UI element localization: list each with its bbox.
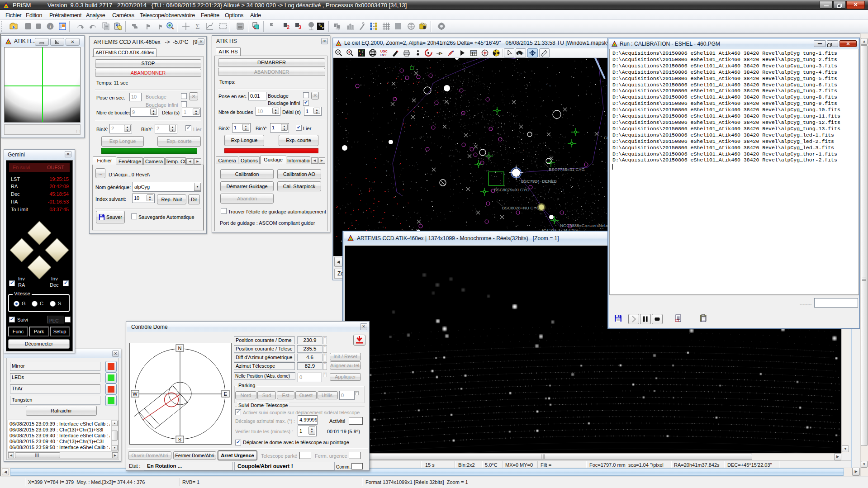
svg-text:S: S [178, 437, 181, 442]
svg-text:2: 2 [287, 24, 289, 30]
svg-text:Σ: Σ [195, 23, 199, 30]
svg-text:i: i [49, 24, 51, 29]
svg-text:BSC8079=XI CYG: BSC8079=XI CYG [494, 187, 529, 192]
svg-text:3: 3 [299, 24, 301, 30]
svg-text:BSC7735=31 CYG: BSC7735=31 CYG [549, 167, 585, 172]
svg-text:Rk?: Rk? [380, 53, 386, 57]
svg-text:N: N [178, 346, 182, 351]
svg-text:BSC8028=NU CYG: BSC8028=NU CYG [502, 205, 540, 210]
svg-text:E: E [224, 391, 227, 397]
svg-text:UGC: UGC [380, 50, 388, 53]
svg-text:W: W [133, 391, 138, 397]
svg-text:BSC7924=DENEB: BSC7924=DENEB [521, 179, 557, 184]
